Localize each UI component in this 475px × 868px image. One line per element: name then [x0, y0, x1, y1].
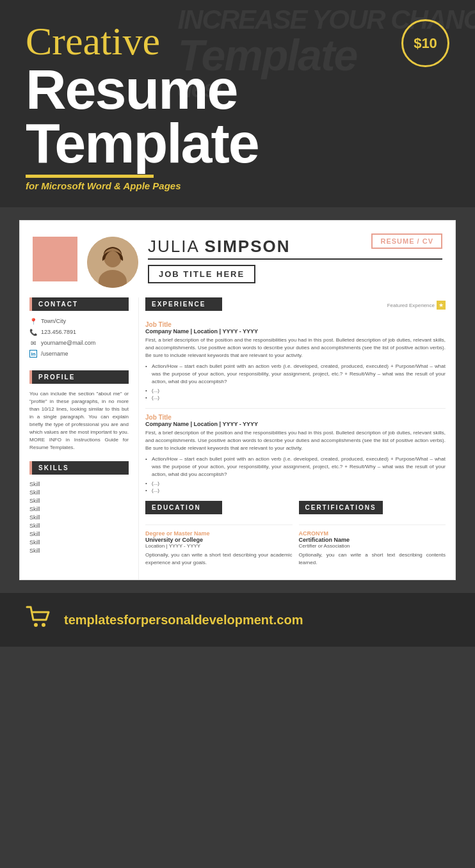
divider-1: [145, 408, 446, 409]
contact-city-text: Town/City: [41, 318, 66, 324]
job-bullet-2: Action/How – start each bullet point wit…: [152, 455, 446, 478]
job-small-bullet-2b: (...): [152, 487, 446, 493]
price-badge: $10: [401, 19, 449, 67]
cert-acronym: ACRONYM: [299, 530, 446, 537]
list-item: Skill: [29, 548, 129, 554]
list-item: Skill: [29, 514, 129, 521]
job-bullet-1: Action/How – start each bullet point wit…: [152, 363, 446, 386]
profile-label: PROFILE: [38, 374, 75, 381]
edu-divider: [145, 525, 293, 525]
resume-body: CONTACT 📍 Town/City 📞 123.456.7891 ✉ you…: [20, 297, 455, 580]
profile-text: You can include the section "about me" o…: [29, 390, 129, 452]
template-title: Template: [26, 116, 449, 170]
first-name: JULIA: [148, 237, 205, 256]
spacer-1: [29, 361, 129, 370]
job-title-1: Job Title: [145, 321, 446, 328]
job-desc-2: First, a brief description of the positi…: [145, 429, 446, 452]
edu-location: Location | YYYY - YYYY: [145, 543, 293, 549]
edu-desc: Optionally, you can write a short text d…: [145, 551, 293, 567]
bottom-footer: templatesforpersonaldevelopment.com: [0, 593, 475, 647]
edu-school: University or College: [145, 537, 293, 543]
job-title-2: Job Title: [145, 414, 446, 421]
list-item: Skill: [29, 539, 129, 546]
top-banner: INCREASE YOUR CHANC Template desi $10 Cr…: [0, 0, 475, 207]
cert-name: Certification Name: [299, 537, 446, 543]
featured-badge: Featured Experience ★: [387, 301, 446, 310]
name-underline: [148, 258, 442, 260]
full-name: JULIA SIMPSON: [148, 237, 442, 256]
profile-section-header: PROFILE: [29, 370, 129, 384]
list-item: Skill: [29, 489, 129, 496]
contact-linkedin: in /username: [29, 350, 129, 358]
job-title-box: JOB TITLE HERE: [148, 265, 255, 283]
contact-linkedin-text: /username: [41, 351, 68, 357]
list-item: Skill: [29, 531, 129, 537]
email-icon: ✉: [29, 339, 37, 347]
phone-icon: 📞: [29, 328, 37, 336]
certifications-section: CERTIFICATIONS ACRONYM Certification Nam…: [299, 501, 446, 567]
job-small-bullet-1a: (...): [152, 388, 446, 393]
left-column: CONTACT 📍 Town/City 📞 123.456.7891 ✉ you…: [20, 297, 138, 580]
contact-phone: 📞 123.456.7891: [29, 328, 129, 336]
cert-certifier: Certifier or Association: [299, 543, 446, 549]
education-section-header: EDUCATION: [145, 501, 222, 514]
featured-label: Featured Experience: [387, 303, 435, 308]
contact-email: ✉ yourname@mail.com: [29, 339, 129, 347]
list-item: Skill: [29, 498, 129, 504]
svg-point-3: [34, 623, 38, 627]
last-name: SIMPSON: [205, 237, 291, 256]
experience-entry-2: Job Title Company Name | Location | YYYY…: [145, 414, 446, 493]
resume-title: Resume: [26, 63, 449, 116]
education-section: EDUCATION Degree or Master Name Universi…: [145, 501, 293, 567]
skills-list: Skill Skill Skill Skill Skill Skill Skil…: [29, 481, 129, 554]
job-company-1: Company Name | Location | YYYY - YYYY: [145, 328, 446, 335]
location-icon: 📍: [29, 317, 37, 325]
name-section: JULIA SIMPSON JOB TITLE HERE: [148, 233, 442, 283]
price-label: $10: [414, 35, 437, 52]
job-company-2: Company Name | Location | YYYY - YYYY: [145, 421, 446, 427]
job-small-bullet-1b: (...): [152, 395, 446, 400]
spacer-2: [29, 452, 129, 461]
right-column: EXPERIENCE Featured Experience ★ Job Tit…: [138, 297, 455, 580]
list-item: Skill: [29, 481, 129, 487]
skills-section-header: SKILLS: [29, 461, 129, 475]
contact-section-header: CONTACT: [29, 297, 129, 311]
profile-photo: [87, 237, 138, 288]
edu-degree: Degree or Master Name: [145, 530, 293, 537]
footer-url: templatesforpersonaldevelopment.com: [64, 613, 303, 627]
cart-icon: [26, 606, 51, 634]
banner-subtitle: for Microsoft Word & Apple Pages: [26, 180, 449, 191]
job-small-bullet-2a: (...): [152, 480, 446, 486]
list-item: Skill: [29, 523, 129, 529]
bottom-sections: EDUCATION Degree or Master Name Universi…: [145, 501, 446, 567]
color-block: [33, 237, 77, 281]
svg-point-4: [42, 623, 45, 627]
skills-label: SKILLS: [38, 464, 69, 471]
linkedin-icon: in: [29, 350, 37, 358]
resume-card: RESUME / CV JULIA SIMPSON JOB TITLE HERE: [19, 220, 456, 580]
cert-desc: Optionally, you can write a short text d…: [299, 551, 446, 567]
experience-entry-1: Job Title Company Name | Location | YYYY…: [145, 321, 446, 400]
title-underline: [26, 175, 154, 178]
star-icon: ★: [437, 301, 446, 310]
job-desc-1: First, a brief description of the positi…: [145, 336, 446, 359]
list-item: Skill: [29, 506, 129, 512]
contact-city: 📍 Town/City: [29, 317, 129, 325]
resume-header: JULIA SIMPSON JOB TITLE HERE: [20, 221, 455, 288]
cert-section-header: CERTIFICATIONS: [299, 501, 383, 514]
experience-section-header: EXPERIENCE: [145, 297, 222, 311]
creative-title: Creative: [26, 19, 449, 63]
cert-divider: [299, 525, 446, 525]
contact-phone-text: 123.456.7891: [41, 329, 76, 335]
contact-label: CONTACT: [38, 301, 78, 308]
contact-email-text: yourname@mail.com: [41, 340, 95, 346]
